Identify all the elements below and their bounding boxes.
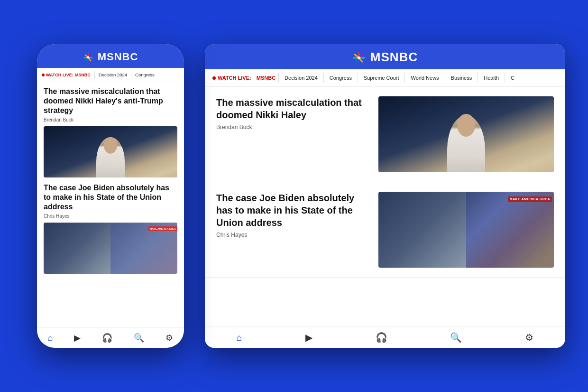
tablet-nav-congress[interactable]: Congress bbox=[323, 73, 358, 83]
phone-nav-audio-icon[interactable]: 🎧 bbox=[102, 333, 112, 343]
phone-article-2[interactable]: The case Joe Biden absolutely has to mak… bbox=[44, 183, 177, 274]
phone-bottom-nav: ⌂ ▶ 🎧 🔍 ⚙ bbox=[37, 327, 184, 348]
tablet-device: MSNBC WATCH LIVE: MSNBC Decision 2024 Co… bbox=[205, 44, 565, 348]
tablet-nav-video-icon[interactable]: ▶ bbox=[305, 332, 312, 343]
tablet-article-2-image: MAKE AMERICA GREA bbox=[378, 192, 554, 268]
phone-device: MSNBC WATCH LIVE: MSNBC Decision 2024 Co… bbox=[37, 44, 184, 348]
phone-nav-settings-icon[interactable]: ⚙ bbox=[165, 333, 173, 343]
tablet-watch-live-label: WATCH LIVE: bbox=[218, 75, 251, 81]
watch-live-label: WATCH LIVE: bbox=[46, 73, 74, 77]
tablet-peacock-icon bbox=[352, 50, 366, 65]
tablet-article-2-text: The case Joe Biden absolutely has to mak… bbox=[216, 192, 369, 238]
phone-article-1-title: The massive miscalculation that doomed N… bbox=[44, 87, 177, 115]
phone-article-1-image bbox=[44, 126, 177, 177]
tablet-article-1-author: Brendan Buck bbox=[216, 124, 369, 131]
peacock-icon bbox=[83, 51, 93, 63]
tablet-header: MSNBC bbox=[205, 44, 565, 69]
tablet-nav-more[interactable]: C bbox=[505, 73, 520, 83]
tablet-nav-settings-icon[interactable]: ⚙ bbox=[525, 332, 533, 343]
phone-msnbc-logo: MSNBC bbox=[37, 51, 184, 63]
tablet-nav-world-news[interactable]: World News bbox=[404, 73, 444, 83]
watch-live-channel: MSNBC bbox=[75, 73, 91, 77]
phone-trump-banner: MAKE AMERICA GREA bbox=[148, 226, 177, 231]
tablet-article-2-author: Chris Hayes bbox=[216, 232, 369, 238]
phone-nav-item-congress[interactable]: Congress bbox=[131, 71, 158, 79]
tablet-nav: WATCH LIVE: MSNBC Decision 2024 Congress… bbox=[205, 69, 565, 87]
phone-nav-items: Decision 2024 Congress bbox=[94, 71, 158, 79]
tablet-article-1[interactable]: The massive miscalculation that doomed N… bbox=[205, 87, 565, 182]
tablet-article-1-text: The massive miscalculation that doomed N… bbox=[216, 96, 369, 131]
tablet-watch-live[interactable]: WATCH LIVE: MSNBC bbox=[212, 75, 276, 81]
phone-watch-live[interactable]: WATCH LIVE: MSNBC bbox=[42, 73, 91, 77]
phone-nav: WATCH LIVE: MSNBC Decision 2024 Congress bbox=[37, 68, 184, 82]
tablet-nav-business[interactable]: Business bbox=[445, 73, 478, 83]
tablet-logo-text: MSNBC bbox=[370, 50, 418, 65]
tablet-article-1-image bbox=[378, 96, 554, 172]
tablet-article-2-title: The case Joe Biden absolutely has to mak… bbox=[216, 192, 369, 229]
phone-nav-item-decision[interactable]: Decision 2024 bbox=[94, 71, 131, 79]
phone-content: The massive miscalculation that doomed N… bbox=[37, 82, 184, 327]
tablet-content: The massive miscalculation that doomed N… bbox=[205, 87, 565, 327]
tablet-nav-home-icon[interactable]: ⌂ bbox=[236, 332, 242, 343]
tablet-nav-audio-icon[interactable]: 🎧 bbox=[376, 332, 387, 343]
phone-logo-text: MSNBC bbox=[98, 51, 138, 63]
phone-article-1[interactable]: The massive miscalculation that doomed N… bbox=[44, 87, 177, 177]
tablet-bottom-nav: ⌂ ▶ 🎧 🔍 ⚙ bbox=[205, 327, 565, 348]
tablet-nav-supreme-court[interactable]: Supreme Court bbox=[358, 73, 405, 83]
phone-article-2-title: The case Joe Biden absolutely has to mak… bbox=[44, 183, 177, 212]
tablet-nav-search-icon[interactable]: 🔍 bbox=[450, 332, 462, 343]
tablet-msnbc-logo: MSNBC bbox=[205, 50, 565, 65]
live-dot-icon bbox=[42, 74, 45, 76]
phone-header: MSNBC bbox=[37, 44, 184, 68]
phone-article-1-author: Brendan Buck bbox=[44, 117, 177, 122]
svg-point-1 bbox=[87, 56, 89, 59]
tablet-article-2[interactable]: The case Joe Biden absolutely has to mak… bbox=[205, 182, 565, 278]
tablet-live-dot bbox=[212, 76, 216, 80]
tablet-trump-banner: MAKE AMERICA GREA bbox=[508, 196, 552, 202]
tablet-nav-health[interactable]: Health bbox=[478, 73, 505, 83]
phone-article-2-image: MAKE AMERICA GREA bbox=[44, 223, 177, 274]
tablet-nav-decision[interactable]: Decision 2024 bbox=[278, 73, 323, 83]
phone-article-2-author: Chris Hayes bbox=[44, 214, 177, 219]
svg-point-2 bbox=[358, 56, 360, 59]
phone-nav-home-icon[interactable]: ⌂ bbox=[48, 333, 53, 343]
phone-nav-video-icon[interactable]: ▶ bbox=[74, 333, 81, 343]
phone-nav-search-icon[interactable]: 🔍 bbox=[134, 333, 144, 343]
tablet-article-1-title: The massive miscalculation that doomed N… bbox=[216, 96, 369, 121]
tablet-watch-live-channel: MSNBC bbox=[257, 75, 276, 81]
